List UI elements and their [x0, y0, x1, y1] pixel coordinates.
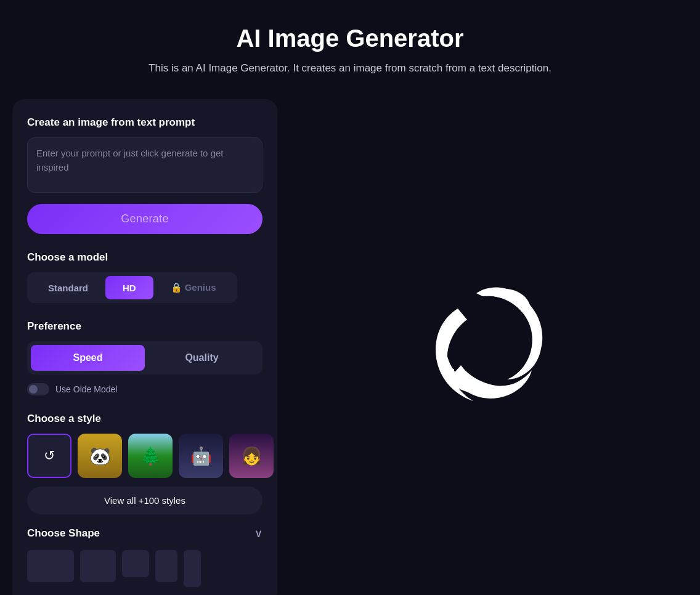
- model-section-label: Choose a model: [27, 251, 262, 264]
- prompt-input[interactable]: [27, 137, 262, 193]
- logo-display: [396, 265, 569, 438]
- shape-section: Choose Shape ∨: [27, 527, 262, 587]
- page-title: AI Image Generator: [12, 25, 688, 52]
- style-item-anime[interactable]: [229, 434, 274, 478]
- shape-square[interactable]: [122, 550, 149, 577]
- model-genius-button[interactable]: 🔒Genius: [153, 276, 234, 299]
- svg-rect-0: [444, 369, 454, 379]
- preference-section-label: Preference: [27, 320, 262, 333]
- page-subtitle: This is an AI Image Generator. It create…: [12, 62, 688, 75]
- logo-svg: [409, 278, 556, 426]
- lock-icon: 🔒: [171, 282, 182, 293]
- style-item-panda[interactable]: [78, 434, 122, 478]
- reset-icon: ↺: [44, 448, 55, 464]
- style-section: Choose a style ↺: [27, 413, 262, 514]
- shape-landscape[interactable]: [27, 550, 74, 582]
- model-hd-button[interactable]: HD: [105, 276, 153, 299]
- use-old-model-row: Use Olde Model: [27, 383, 262, 395]
- main-container: Create an image from text prompt Generat…: [12, 99, 688, 595]
- style-grid: ↺: [27, 434, 262, 478]
- shape-section-label: Choose Shape: [27, 527, 100, 540]
- thumb-mech: [179, 434, 223, 478]
- shape-medium-landscape[interactable]: [80, 550, 116, 582]
- thumb-panda: [78, 434, 122, 478]
- right-panel: [277, 99, 688, 595]
- create-section: Create an image from text prompt Generat…: [27, 116, 262, 234]
- generate-button[interactable]: Generate: [27, 204, 262, 234]
- style-item-forest[interactable]: [128, 434, 173, 478]
- style-item-mech[interactable]: [179, 434, 223, 478]
- thumb-anime: [229, 434, 274, 478]
- use-old-model-label: Use Olde Model: [55, 384, 117, 394]
- model-buttons: Standard HD 🔒Genius: [27, 272, 237, 303]
- model-standard-button[interactable]: Standard: [31, 276, 105, 299]
- chevron-down-icon[interactable]: ∨: [254, 527, 262, 540]
- pref-quality-button[interactable]: Quality: [145, 345, 259, 371]
- create-label: Create an image from text prompt: [27, 116, 262, 129]
- shape-section-header: Choose Shape ∨: [27, 527, 262, 540]
- style-section-label: Choose a style: [27, 413, 262, 425]
- preference-section: Preference Speed Quality Use Olde Model: [27, 320, 262, 395]
- page-header: AI Image Generator This is an AI Image G…: [0, 0, 700, 93]
- shape-grid: [27, 550, 262, 587]
- shape-portrait[interactable]: [155, 550, 177, 582]
- view-all-button[interactable]: View all +100 styles: [27, 487, 262, 514]
- style-item-reset[interactable]: ↺: [27, 434, 71, 478]
- use-old-model-toggle[interactable]: [27, 383, 49, 395]
- thumb-forest: [128, 434, 173, 478]
- shape-tall[interactable]: [184, 550, 201, 587]
- preference-buttons: Speed Quality: [27, 341, 262, 374]
- model-section: Choose a model Standard HD 🔒Genius: [27, 251, 262, 303]
- left-panel: Create an image from text prompt Generat…: [12, 99, 277, 595]
- style-item-inner: ↺: [28, 435, 70, 477]
- pref-speed-button[interactable]: Speed: [31, 345, 145, 371]
